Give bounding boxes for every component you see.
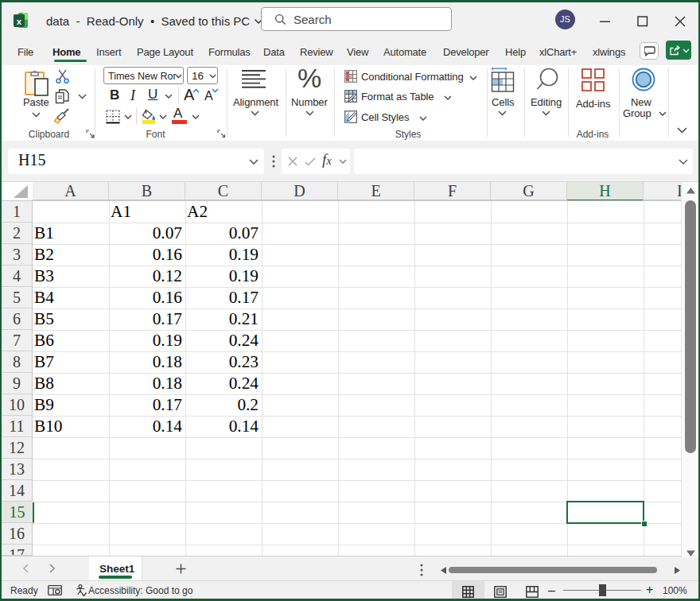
svg-text:x: x	[17, 17, 22, 26]
